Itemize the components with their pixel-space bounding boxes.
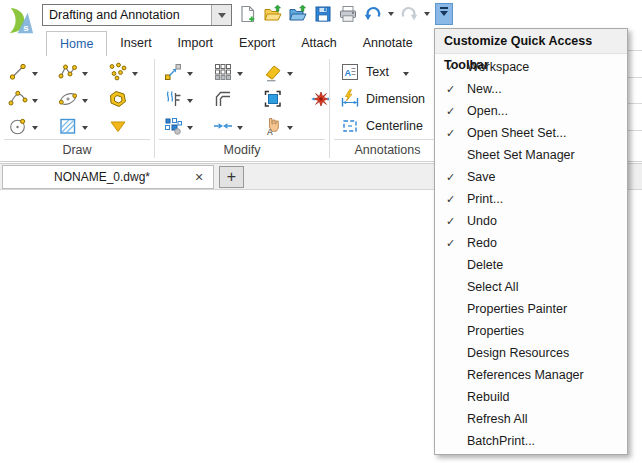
centerline-tool-button[interactable]: Centerline [340, 112, 425, 139]
chevron-down-icon[interactable] [82, 99, 88, 106]
dimension-tool-button[interactable]: Dimension [340, 85, 425, 112]
panel-label-annotations[interactable]: Annotations [334, 139, 441, 157]
customize-quick-access-toolbar-button[interactable] [435, 3, 453, 25]
stretch-icon [163, 116, 183, 136]
stretch-tool-button[interactable] [163, 114, 213, 138]
centerline-icon [340, 116, 360, 136]
chevron-down-icon[interactable] [187, 72, 193, 79]
quick-access-toolbar [235, 2, 453, 25]
chevron-down-icon[interactable] [187, 99, 193, 106]
workspace-selector[interactable]: Drafting and Annotation [42, 4, 232, 26]
chevron-down-icon[interactable] [187, 126, 193, 133]
open-sheet-set-icon [288, 4, 308, 24]
polyline-tool-button[interactable] [58, 60, 108, 84]
erase-tool-button[interactable] [263, 60, 311, 84]
point-tool-button[interactable] [108, 60, 152, 84]
chevron-down-icon [424, 12, 430, 19]
menu-item[interactable]: Redo [435, 232, 627, 254]
app-logo-icon[interactable]: s [3, 6, 36, 39]
ribbon-tab[interactable]: Insert [107, 31, 164, 56]
menu-item[interactable]: Open Sheet Set... [435, 122, 627, 144]
document-tab-title: NONAME_0.dwg* [3, 170, 185, 184]
menu-item[interactable]: Design Resources [435, 342, 627, 364]
chevron-down-icon[interactable] [287, 126, 293, 133]
panel-label-modify[interactable]: Modify [159, 139, 325, 157]
chevron-down-icon[interactable] [82, 126, 88, 133]
panel-label-draw[interactable]: Draw [4, 139, 150, 157]
menu-item[interactable]: Properties Painter [435, 298, 627, 320]
menu-item[interactable]: Workspace [435, 56, 627, 78]
chevron-down-icon [218, 13, 226, 22]
menu-item[interactable]: New... [435, 78, 627, 100]
line-tool-button[interactable] [8, 60, 58, 84]
chevron-down-icon[interactable] [287, 72, 293, 79]
erase-icon [263, 62, 283, 82]
menu-item[interactable]: Sheet Set Manager [435, 144, 627, 166]
redo-button[interactable] [396, 2, 421, 25]
new-tab-button[interactable]: + [219, 166, 244, 188]
menu-item[interactable]: Properties [435, 320, 627, 342]
move-tool-button[interactable] [163, 60, 213, 84]
text-tool-button[interactable]: A Text [340, 58, 425, 85]
chevron-down-icon[interactable] [237, 72, 243, 79]
menu-item[interactable]: References Manager [435, 364, 627, 386]
ribbon-tab[interactable]: Attach [288, 31, 349, 56]
checkmark-icon [446, 215, 467, 228]
chevron-down-icon[interactable] [237, 126, 243, 133]
document-tab[interactable]: NONAME_0.dwg* × [2, 165, 214, 189]
menu-item[interactable]: Open... [435, 100, 627, 122]
solid-fill-tool-button[interactable] [108, 114, 152, 138]
undo-icon [363, 4, 383, 24]
open-sheet-set-button[interactable] [285, 2, 310, 25]
undo-button[interactable] [360, 2, 385, 25]
ribbon-tab[interactable]: Annotate [350, 31, 426, 56]
region-tool-button[interactable] [263, 87, 311, 111]
chevron-down-icon[interactable] [132, 72, 138, 79]
dimension-icon [340, 89, 360, 109]
pattern-tool-button[interactable] [213, 60, 263, 84]
ribbon-tab[interactable]: Import [165, 31, 226, 56]
polygon-tool-button[interactable] [108, 87, 152, 111]
menu-item[interactable]: Refresh All [435, 408, 627, 430]
menu-item[interactable]: BatchPrint... [435, 430, 627, 452]
edit-annotation-tool-button[interactable]: A [263, 114, 311, 138]
hatch-tool-button[interactable] [58, 114, 108, 138]
ribbon-tab[interactable]: Home [46, 31, 107, 56]
ellipse-tool-button[interactable] [58, 87, 108, 111]
ribbon-tab[interactable]: Export [226, 31, 288, 56]
checkmark-icon [446, 127, 467, 140]
arc-icon [8, 89, 28, 109]
hatch-icon [58, 116, 78, 136]
menu-item[interactable]: Undo [435, 210, 627, 232]
arc-tool-button[interactable] [8, 87, 58, 111]
chevron-down-icon[interactable] [32, 72, 38, 79]
chevron-down-icon[interactable] [82, 72, 88, 79]
chevron-down-icon[interactable] [32, 126, 38, 133]
panel-modify: A Modify [155, 56, 329, 161]
menu-item[interactable]: Delete [435, 254, 627, 276]
new-button[interactable] [235, 2, 260, 25]
menu-item[interactable]: Rebuild [435, 386, 627, 408]
ribbon-edge-fragment [628, 130, 642, 131]
print-button[interactable] [335, 2, 360, 25]
panel-draw: Draw [0, 56, 154, 161]
workspace-dropdown-button[interactable] [211, 5, 231, 25]
undo-dropdown-button[interactable] [385, 2, 396, 25]
trim-tool-button[interactable] [163, 87, 213, 111]
menu-item-list: Workspace New... Open... Open Sheet Set.… [435, 54, 627, 454]
open-button[interactable] [260, 2, 285, 25]
menu-item[interactable]: Print... [435, 188, 627, 210]
power-trim-tool-button[interactable] [311, 87, 331, 111]
menu-item[interactable]: Save [435, 166, 627, 188]
chevron-down-icon[interactable] [403, 72, 409, 79]
menu-title: Customize Quick Access Toolbar [435, 29, 627, 54]
redo-dropdown-button[interactable] [421, 2, 432, 25]
chevron-down-icon[interactable] [32, 99, 38, 106]
save-button[interactable] [310, 2, 335, 25]
corner-tool-button[interactable] [213, 87, 263, 111]
join-tool-button[interactable] [213, 114, 263, 138]
close-tab-icon[interactable]: × [185, 169, 213, 185]
circle-tool-button[interactable] [8, 114, 58, 138]
menu-item[interactable]: Select All [435, 276, 627, 298]
circle-icon [8, 116, 28, 136]
